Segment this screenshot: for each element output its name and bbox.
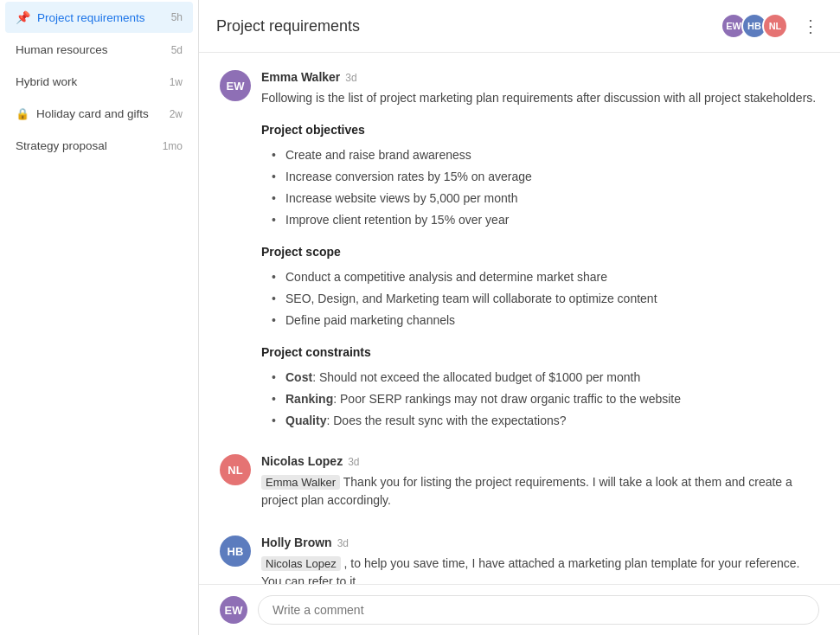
- main-panel: Project requirements EWHBNL ⋮ EW Emma Wa…: [199, 0, 840, 635]
- comment-content-nicolas: Nicolas Lopez 3d Emma Walker Thank you f…: [261, 454, 819, 515]
- list-item: Improve client retention by 15% over yea…: [272, 211, 819, 229]
- comment-nicolas: NL Nicolas Lopez 3d Emma Walker Thank yo…: [220, 454, 819, 515]
- comment-header-nicolas: Nicolas Lopez 3d: [261, 454, 819, 468]
- lock-icon: 🔒: [16, 107, 29, 120]
- list-item: Ranking: Poor SERP rankings may not draw…: [272, 390, 819, 408]
- sidebar-item-label: Strategy proposal: [16, 139, 156, 152]
- list-item: Define paid marketing channels: [272, 311, 819, 330]
- section-objectives-title: Project objectives: [261, 121, 819, 139]
- list-item: Increase website views by 5,000 per mont…: [272, 189, 819, 208]
- text-holly: Nicolas Lopez , to help you save time, I…: [261, 555, 819, 584]
- mention-emma: Emma Walker: [261, 475, 340, 490]
- comment-input-area: EW: [199, 584, 840, 635]
- time-emma: 3d: [345, 72, 356, 84]
- sidebar-item-label: Project requirements: [37, 11, 164, 24]
- sidebar-item-human-resources[interactable]: Human resources 5d: [5, 35, 193, 65]
- header-avatars: EWHBNL: [721, 13, 788, 39]
- author-holly: Holly Brown: [261, 536, 332, 549]
- avatar-nicolas: NL: [220, 454, 251, 485]
- pin-icon: 📌: [16, 10, 30, 24]
- header-avatar-2: NL: [762, 13, 788, 39]
- constraints-list: Cost: Should not exceed the allocated bu…: [261, 369, 819, 430]
- list-item: Create and raise brand awareness: [272, 146, 819, 164]
- current-user-avatar: EW: [220, 596, 247, 624]
- nicolas-text: Thank you for listing the project requir…: [261, 475, 792, 507]
- avatar-holly: HB: [220, 536, 251, 567]
- mention-nicolas: Nicolas Lopez: [261, 556, 341, 571]
- page-title: Project requirements: [216, 17, 721, 35]
- header: Project requirements EWHBNL ⋮: [199, 0, 840, 53]
- comment-content-holly: Holly Brown 3d Nicolas Lopez , to help y…: [261, 536, 819, 584]
- comment-content-emma: Emma Walker 3d Following is the list of …: [261, 70, 819, 433]
- sidebar-item-time: 5h: [171, 11, 183, 23]
- sidebar-item-project-requirements[interactable]: 📌 Project requirements 5h: [5, 2, 193, 33]
- sidebar-item-time: 1w: [170, 76, 183, 88]
- list-item: SEO, Design, and Marketing team will col…: [272, 290, 819, 308]
- time-nicolas: 3d: [348, 456, 359, 468]
- comment-input[interactable]: [258, 595, 819, 625]
- section-scope-title: Project scope: [261, 243, 819, 261]
- constraint-text: : Should not exceed the allocated budget…: [312, 370, 640, 384]
- sidebar-item-holiday-card[interactable]: 🔒 Holiday card and gifts 2w: [5, 99, 193, 129]
- constraint-text: : Does the result sync with the expectat…: [326, 414, 566, 427]
- list-item: Conduct a competitive analysis and deter…: [272, 268, 819, 286]
- time-holly: 3d: [337, 537, 349, 549]
- sidebar-item-time: 1mo: [163, 140, 183, 152]
- sidebar-item-label: Hybrid work: [16, 75, 163, 88]
- constraint-term: Ranking: [285, 392, 333, 406]
- more-options-button[interactable]: ⋮: [798, 12, 823, 40]
- list-item: Quality: Does the result sync with the e…: [272, 412, 819, 430]
- sidebar-item-label: Holiday card and gifts: [36, 107, 163, 120]
- doc-intro: Following is the list of project marketi…: [261, 89, 819, 107]
- sidebar: 📌 Project requirements 5h Human resource…: [0, 0, 199, 635]
- comment-holly: HB Holly Brown 3d Nicolas Lopez , to hel…: [220, 536, 819, 584]
- comment-header-emma: Emma Walker 3d: [261, 70, 819, 84]
- constraint-term: Cost: [285, 370, 312, 384]
- scope-list: Conduct a competitive analysis and deter…: [261, 268, 819, 330]
- sidebar-item-time: 2w: [170, 108, 183, 120]
- avatar-emma: EW: [220, 70, 251, 101]
- sidebar-item-strategy-proposal[interactable]: Strategy proposal 1mo: [5, 131, 193, 161]
- sidebar-item-label: Human resources: [16, 43, 164, 56]
- comment-header-holly: Holly Brown 3d: [261, 536, 819, 549]
- comment-emma: EW Emma Walker 3d Following is the list …: [220, 70, 819, 433]
- author-emma: Emma Walker: [261, 70, 340, 84]
- constraint-text: : Poor SERP rankings may not draw organi…: [333, 392, 681, 406]
- author-nicolas: Nicolas Lopez: [261, 454, 343, 468]
- holly-text: , to help you save time, I have attached…: [261, 556, 799, 584]
- list-item: Cost: Should not exceed the allocated bu…: [272, 369, 819, 387]
- section-constraints-title: Project constraints: [261, 343, 819, 362]
- document-content: Following is the list of project marketi…: [261, 89, 819, 430]
- list-item: Increase conversion rates by 15% on aver…: [272, 168, 819, 186]
- objectives-list: Create and raise brand awarenessIncrease…: [261, 146, 819, 229]
- sidebar-item-hybrid-work[interactable]: Hybrid work 1w: [5, 67, 193, 97]
- constraint-term: Quality: [285, 414, 326, 427]
- sidebar-item-time: 5d: [171, 44, 183, 56]
- content-area: EW Emma Walker 3d Following is the list …: [199, 53, 840, 584]
- text-nicolas: Emma Walker Thank you for listing the pr…: [261, 473, 819, 510]
